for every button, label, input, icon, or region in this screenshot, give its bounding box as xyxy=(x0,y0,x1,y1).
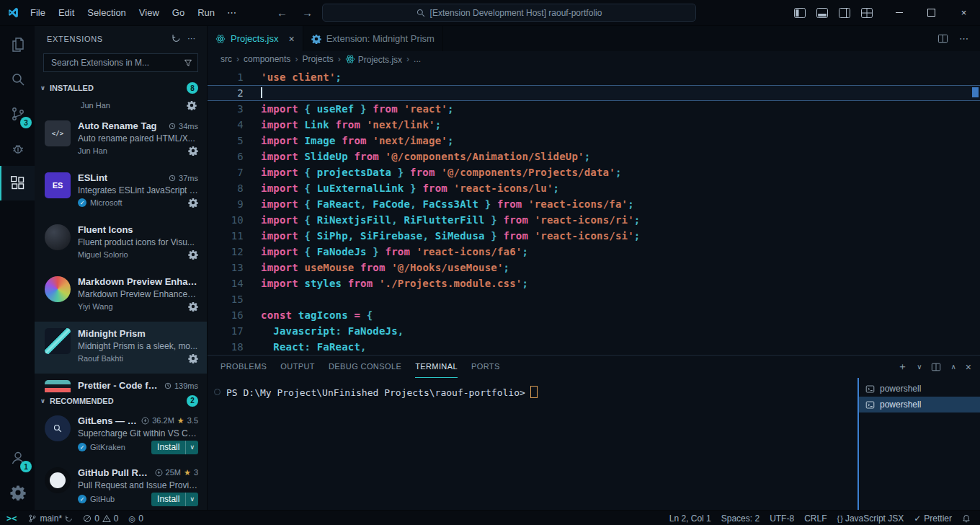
extension-list-item-prettier-code-for[interactable]: Prettier - Code for...139ms xyxy=(35,374,207,392)
extension-list-item-auto-rename-tag[interactable]: </>Auto Rename Tag34msAuto rename paired… xyxy=(35,114,207,166)
breadcrumb-item-projects[interactable]: Projects xyxy=(302,54,333,64)
installed-section-header[interactable]: ∨ INSTALLED 8 xyxy=(35,80,207,96)
command-center-search[interactable]: [Extension Development Host] raouf-portf… xyxy=(322,4,696,22)
problems-indicator[interactable]: 0 0 xyxy=(78,511,123,525)
extension-list-item-markdown-preview-enhanced[interactable]: Markdown Preview EnhancedMarkdown Previe… xyxy=(35,270,207,322)
gear-icon[interactable] xyxy=(188,250,198,260)
code-line: 10import { RiNextjsFill, RiFlutterFill }… xyxy=(208,212,980,228)
branch-indicator[interactable]: main* xyxy=(23,511,78,525)
terminal-profile-chevron-icon[interactable]: ∨ xyxy=(917,363,922,371)
code-editor[interactable]: 1'use client';23import { useRef } from '… xyxy=(208,67,980,355)
extension-meta: 36.2M★3.5 xyxy=(141,416,198,425)
nav-back-icon[interactable]: ← xyxy=(277,6,288,19)
activity-bar: 3 1 xyxy=(0,26,35,510)
list-item-partial[interactable]: Jun Han xyxy=(35,96,207,114)
run-debug-icon[interactable] xyxy=(0,131,35,166)
code-text: import useMouse from '@/Hooks/useMouse'; xyxy=(261,260,509,275)
menu-go[interactable]: Go xyxy=(166,4,191,21)
formatter-indicator[interactable]: ✓ Prettier xyxy=(909,511,957,525)
extension-author: Yiyi Wang xyxy=(78,302,113,311)
extension-list-item-midnight-prism[interactable]: Midnight PrismMidnight Prism is a sleek,… xyxy=(35,322,207,374)
menu-run[interactable]: Run xyxy=(191,4,221,21)
install-button[interactable]: Install∨ xyxy=(151,441,198,454)
encoding[interactable]: UTF-8 xyxy=(765,511,799,525)
menu-more-icon[interactable]: ⋯ xyxy=(221,4,242,21)
eol-sequence[interactable]: CRLF xyxy=(799,511,832,525)
breadcrumb-item-[interactable]: ... xyxy=(414,54,421,64)
new-terminal-icon[interactable]: ＋ xyxy=(897,361,907,374)
split-terminal-icon[interactable] xyxy=(931,362,941,372)
menu-selection[interactable]: Selection xyxy=(81,4,132,21)
clock-icon xyxy=(169,123,176,130)
editor-more-actions-icon[interactable]: ⋯ xyxy=(959,33,968,44)
remote-indicator[interactable]: >< xyxy=(0,511,23,525)
menu-view[interactable]: View xyxy=(133,4,166,21)
terminal-tabs-list: powershellpowershell xyxy=(858,378,980,510)
install-button[interactable]: Install∨ xyxy=(151,493,198,506)
more-actions-icon[interactable]: ⋯ xyxy=(184,31,200,47)
download-count-icon xyxy=(141,417,149,425)
panel-tab-terminal[interactable]: TERMINAL xyxy=(415,356,458,378)
tab-projects-jsx[interactable]: Projects.jsx× xyxy=(208,26,303,51)
settings-gear-icon[interactable] xyxy=(0,475,35,510)
gear-icon[interactable] xyxy=(188,146,198,156)
clock-icon xyxy=(164,382,172,389)
gear-icon[interactable] xyxy=(188,353,198,363)
menu-edit[interactable]: Edit xyxy=(52,4,81,21)
code-text: import { RiNextjsFill, RiFlutterFill } f… xyxy=(261,212,640,228)
cursor-position[interactable]: Ln 2, Col 1 xyxy=(664,511,716,525)
accounts-icon[interactable]: 1 xyxy=(0,441,35,475)
breadcrumb-item-src[interactable]: src xyxy=(220,54,232,64)
panel-tab-ports[interactable]: PORTS xyxy=(471,356,500,378)
maximize-panel-icon[interactable]: ∧ xyxy=(950,363,956,371)
split-editor-icon[interactable] xyxy=(937,33,948,44)
explorer-icon[interactable] xyxy=(0,27,35,62)
close-panel-icon[interactable]: × xyxy=(966,361,971,373)
close-window-button[interactable]: × xyxy=(948,0,980,25)
indentation[interactable]: Spaces: 2 xyxy=(716,511,765,525)
toggle-sidebar-icon[interactable] xyxy=(794,8,806,18)
extension-list-item-eslint[interactable]: ESESLint37msIntegrates ESLint JavaScript… xyxy=(35,166,207,218)
code-line: 14import styles from './Projects.module.… xyxy=(208,275,980,291)
broadcast-indicator[interactable]: ◎ 0 xyxy=(124,511,148,525)
extension-list-item-github-pull-req[interactable]: GitHub Pull Req...25M★3Pull Request and … xyxy=(35,461,207,510)
gear-icon[interactable] xyxy=(188,198,198,208)
close-icon[interactable]: × xyxy=(288,33,294,45)
verified-publisher-icon: ✓ xyxy=(78,495,86,503)
minimize-button[interactable] xyxy=(883,0,915,25)
chevron-down-icon[interactable]: ∨ xyxy=(185,441,198,454)
react-icon xyxy=(345,54,355,64)
chevron-down-icon[interactable]: ∨ xyxy=(185,493,198,506)
breadcrumb-item-components[interactable]: components xyxy=(244,54,290,64)
toggle-panel-icon[interactable] xyxy=(816,8,828,18)
extension-list-item-fluent-icons[interactable]: Fluent IconsFluent product icons for Vis… xyxy=(35,218,207,270)
refresh-icon[interactable] xyxy=(168,31,184,47)
gear-icon[interactable] xyxy=(187,100,197,110)
extensions-search-box[interactable] xyxy=(43,53,198,72)
filter-icon[interactable] xyxy=(184,58,192,67)
language-mode[interactable]: { } JavaScript JSX xyxy=(832,511,909,525)
extensions-search-input[interactable] xyxy=(50,57,179,69)
search-icon[interactable] xyxy=(0,62,35,97)
notifications-bell-icon[interactable] xyxy=(957,511,976,525)
terminal-tab-powershell[interactable]: powershell xyxy=(859,381,980,397)
menu-file[interactable]: File xyxy=(24,4,52,21)
nav-forward-icon[interactable]: → xyxy=(302,6,313,19)
toggle-secondary-sidebar-icon[interactable] xyxy=(839,8,850,18)
gear-icon[interactable] xyxy=(188,301,198,312)
panel-tab-output[interactable]: OUTPUT xyxy=(280,356,315,378)
terminal-output[interactable]: PS D:\My Project\UnFinished Projects\rao… xyxy=(208,378,858,510)
extension-list-item-gitlens-git[interactable]: GitLens — Git...36.2M★3.5Supercharge Git… xyxy=(35,409,207,461)
maximize-button[interactable] xyxy=(915,0,948,25)
customize-layout-icon[interactable] xyxy=(861,8,873,18)
extensions-icon[interactable] xyxy=(0,166,35,200)
star-icon: ★ xyxy=(184,468,191,477)
source-control-icon[interactable]: 3 xyxy=(0,97,35,131)
terminal-tab-powershell[interactable]: powershell xyxy=(859,397,980,412)
panel-tab-problems[interactable]: PROBLEMS xyxy=(220,356,267,378)
tab-extension-midnight-prism[interactable]: Extension: Midnight Prism xyxy=(303,26,443,51)
recommended-section-header[interactable]: ∨ RECOMMENDED 2 xyxy=(35,393,207,409)
panel-tab-debug-console[interactable]: DEBUG CONSOLE xyxy=(329,356,401,378)
breadcrumb-item-projects-jsx[interactable]: Projects.jsx xyxy=(345,54,402,65)
terminal-cursor xyxy=(530,386,538,398)
